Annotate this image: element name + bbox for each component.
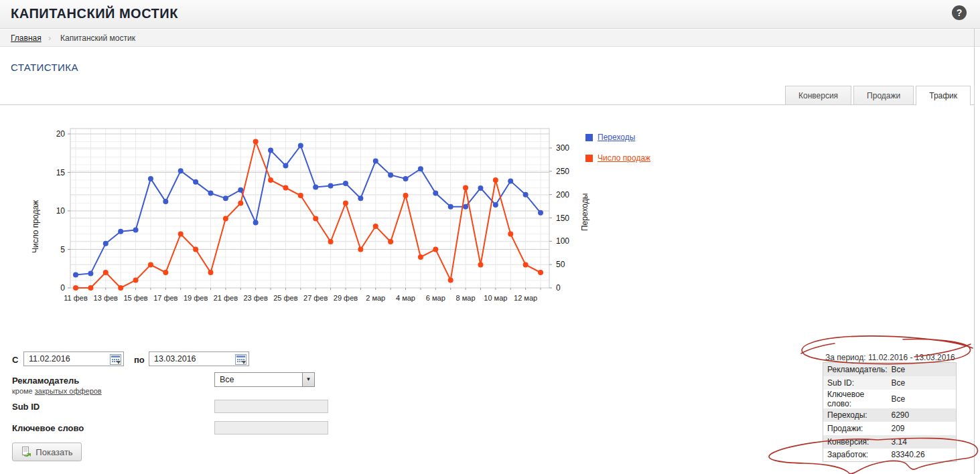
closed-offers-link[interactable]: закрытых офферов (35, 387, 102, 395)
svg-text:21 фев: 21 фев (214, 294, 238, 302)
svg-text:11 фев: 11 фев (64, 294, 88, 302)
calendar-icon[interactable] (110, 354, 121, 365)
summary-row-value: 83340.26 (888, 449, 957, 462)
summary-row-value: Все (888, 390, 957, 408)
summary-row-label: Рекламодатель: (823, 363, 888, 376)
svg-text:17 фев: 17 фев (153, 294, 178, 302)
svg-text:200: 200 (556, 190, 569, 200)
report-icon (21, 447, 31, 457)
summary-row: Переходы:6290 (823, 408, 957, 422)
subid-input[interactable] (214, 400, 328, 413)
svg-text:15 фев: 15 фев (123, 294, 147, 302)
date-to-label: по (134, 355, 145, 365)
svg-text:20: 20 (56, 129, 66, 139)
app-header: КАПИТАНСКИЙ МОСТИК ? (0, 0, 980, 29)
legend-label-sales[interactable]: Число продаж (598, 153, 650, 163)
summary-row-value: 6290 (888, 408, 957, 422)
summary-row: Sub ID:Все (823, 376, 957, 390)
summary-row-value: Все (888, 363, 957, 376)
summary-row-value: 3.14 (888, 435, 957, 449)
legend-swatch-blue-icon (585, 134, 593, 141)
svg-text:0: 0 (60, 283, 65, 293)
legend-item-transitions[interactable]: Переходы (585, 133, 635, 142)
svg-text:4 мар: 4 мар (396, 294, 415, 302)
help-icon[interactable]: ? (952, 5, 967, 20)
breadcrumb: Главная › Капитанский мостик (0, 29, 980, 47)
svg-text:0: 0 (556, 283, 561, 293)
summary-row-label: Sub ID: (823, 376, 888, 390)
right-axis-title: Переходы (580, 193, 589, 231)
svg-text:19 фев: 19 фев (184, 294, 208, 302)
svg-text:5: 5 (60, 245, 65, 254)
breadcrumb-home-link[interactable]: Главная (11, 29, 42, 47)
left-axis-title: Число продаж (31, 200, 40, 253)
breadcrumb-separator-icon: › (48, 29, 51, 47)
svg-text:15: 15 (56, 168, 66, 177)
tab-traffic[interactable]: Трафик (916, 86, 971, 106)
svg-text:10: 10 (56, 206, 66, 216)
svg-text:100: 100 (556, 236, 569, 246)
keyword-input[interactable] (214, 421, 328, 434)
svg-text:50: 50 (556, 260, 565, 269)
legend-label-transitions[interactable]: Переходы (598, 133, 635, 142)
svg-text:10 мар: 10 мар (484, 294, 507, 302)
svg-text:13 фев: 13 фев (94, 294, 118, 302)
advertiser-note-prefix: кроме (12, 387, 33, 395)
summary-row-label: Продажи: (823, 422, 888, 435)
summary-row-label: Ключевое слово: (823, 390, 888, 408)
legend-item-sales[interactable]: Число продаж (585, 153, 650, 163)
summary-table: Рекламодатель:ВсеSub ID:ВсеКлючевое слов… (823, 362, 957, 462)
date-from-label: С (12, 355, 18, 365)
svg-text:6 мар: 6 мар (426, 294, 445, 302)
calendar-icon[interactable] (235, 354, 247, 365)
show-button-label: Показать (36, 447, 72, 457)
summary-row-label: Переходы: (823, 408, 888, 422)
chevron-down-icon[interactable]: ▼ (302, 373, 314, 386)
keyword-label: Ключевое слово (12, 423, 84, 433)
summary-row: Конверсия:3.14 (823, 435, 957, 449)
svg-text:23 фев: 23 фев (243, 294, 267, 302)
svg-text:12 мар: 12 мар (514, 294, 537, 302)
date-from-value: 11.02.2016 (29, 354, 70, 364)
summary-row-value: 209 (888, 422, 957, 435)
breadcrumb-current: Капитанский мостик (60, 29, 135, 47)
legend-swatch-orange-icon (585, 155, 593, 162)
svg-text:2 мар: 2 мар (366, 294, 385, 302)
show-button[interactable]: Показать (12, 443, 82, 461)
summary-row: Заработок:83340.26 (823, 449, 957, 462)
svg-text:8 мар: 8 мар (456, 294, 476, 302)
summary-row: Продажи:209 (823, 422, 957, 435)
svg-text:25 фев: 25 фев (273, 294, 297, 302)
traffic-chart: 0510152005010015020025030011 фев13 фев15… (27, 124, 723, 325)
summary-row: Ключевое слово:Все (823, 390, 957, 408)
tab-conversion[interactable]: Конверсия (785, 86, 851, 105)
summary-row-label: Заработок: (823, 449, 888, 462)
date-from-input[interactable]: 11.02.2016 (23, 351, 124, 366)
summary-row-label: Конверсия: (823, 435, 888, 449)
page-title: СТАТИСТИКА (11, 62, 78, 73)
summary-row-value: Все (888, 376, 957, 390)
advertiser-selected-value: Все (220, 375, 234, 384)
svg-text:250: 250 (556, 167, 569, 176)
svg-text:27 фев: 27 фев (303, 294, 328, 302)
page-right-border (974, 29, 975, 474)
summary-period-title: За период: 11.02.2016 - 13.03.2016 (825, 353, 955, 362)
svg-text:29 фев: 29 фев (334, 294, 358, 302)
advertiser-note: кроме закрытых офферов (12, 387, 102, 395)
svg-text:300: 300 (556, 143, 569, 153)
advertiser-label: Рекламодатель (12, 376, 79, 386)
svg-text:150: 150 (556, 214, 569, 223)
date-to-value: 13.03.2016 (154, 354, 196, 364)
advertiser-select[interactable]: Все ▼ (214, 372, 315, 387)
summary-row: Рекламодатель:Все (823, 363, 957, 376)
tab-bar: Конверсия Продажи Трафик (785, 86, 971, 106)
subid-label: Sub ID (12, 402, 40, 412)
app-title: КАПИТАНСКИЙ МОСТИК (11, 6, 178, 21)
tab-sales[interactable]: Продажи (853, 86, 914, 105)
date-to-input[interactable]: 13.03.2016 (149, 351, 249, 366)
